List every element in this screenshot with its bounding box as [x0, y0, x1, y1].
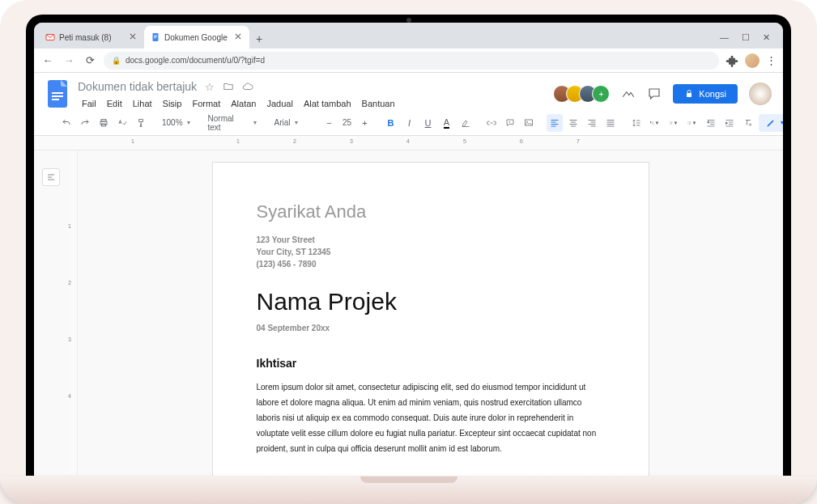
style-select[interactable]: Normal text▼: [205, 112, 262, 134]
tab-title: Peti masuk (8): [59, 33, 126, 42]
zoom-select[interactable]: 100%▼: [159, 116, 195, 129]
insert-link-button[interactable]: [483, 114, 500, 132]
docs-titlebar: Dokumen tidak bertajuk ☆ Fail: [78, 78, 545, 110]
body-paragraph[interactable]: Lorem ipsum dolor sit amet, consectetur …: [257, 379, 605, 456]
ruler-tick: 1: [68, 223, 71, 229]
font-select[interactable]: Arial▼: [271, 116, 312, 129]
ruler-tick: 4: [406, 138, 410, 144]
align-center-button[interactable]: [565, 114, 581, 132]
numbered-list-button[interactable]: 123▼: [684, 114, 700, 132]
svg-rect-8: [52, 99, 59, 100]
align-justify-button[interactable]: [602, 114, 619, 132]
browser-address-bar: ← → ⟳ 🔒 docs.google.com/document/u/0/?tg…: [34, 49, 783, 73]
vertical-ruler[interactable]: 1 2 3 4: [66, 150, 78, 476]
ruler-tick: 3: [350, 138, 353, 144]
project-name-heading[interactable]: Nama Projek: [257, 288, 605, 316]
page-container: Syarikat Anda 123 Your Street Your City,…: [78, 150, 783, 476]
docs-header: Dokumen tidak bertajuk ☆ Fail: [34, 73, 783, 110]
docs-logo-icon[interactable]: [45, 78, 70, 110]
svg-rect-1: [153, 33, 159, 41]
close-icon[interactable]: [130, 33, 138, 41]
company-name[interactable]: Syarikat Anda: [257, 201, 605, 222]
clear-formatting-button[interactable]: [740, 114, 756, 132]
underline-button[interactable]: U: [420, 115, 436, 131]
menu-table[interactable]: Jadual: [262, 97, 296, 110]
ruler-tick: 3: [68, 337, 71, 342]
outline-toggle-button[interactable]: [42, 168, 60, 186]
menu-view[interactable]: Lihat: [129, 97, 156, 110]
extensions-icon[interactable]: [726, 54, 738, 67]
svg-rect-3: [154, 36, 157, 37]
align-left-button[interactable]: [547, 114, 563, 132]
menu-edit[interactable]: Edit: [103, 97, 126, 110]
docs-icon: [151, 32, 160, 42]
star-icon[interactable]: ☆: [205, 81, 215, 93]
document-page[interactable]: Syarikat Anda 123 Your Street Your City,…: [212, 162, 649, 476]
svg-rect-12: [102, 124, 106, 126]
ruler-tick: 5: [463, 138, 466, 144]
print-button[interactable]: [96, 114, 112, 132]
paint-format-button[interactable]: [133, 114, 149, 132]
section-heading[interactable]: Ikhtisar: [257, 357, 605, 370]
document-title[interactable]: Dokumen tidak bertajuk: [78, 80, 197, 93]
activity-icon[interactable]: [621, 87, 636, 101]
browser-tab-gmail[interactable]: Peti masuk (8): [39, 26, 144, 49]
svg-rect-7: [52, 95, 63, 97]
url-input[interactable]: 🔒 docs.google.com/document/u/0/?tgif=d: [104, 52, 719, 70]
italic-button[interactable]: I: [402, 115, 418, 131]
new-tab-button[interactable]: +: [249, 29, 269, 49]
url-text: docs.google.com/document/u/0/?tgif=d: [126, 56, 265, 65]
insert-comment-button[interactable]: [502, 114, 518, 132]
move-icon[interactable]: [223, 81, 234, 93]
text-color-button[interactable]: A: [439, 114, 455, 132]
insert-image-button[interactable]: [521, 114, 537, 132]
tab-title: Dokumen Google: [164, 33, 231, 42]
undo-button[interactable]: [58, 114, 74, 132]
maximize-icon[interactable]: ☐: [742, 32, 750, 43]
close-icon[interactable]: [235, 33, 243, 41]
browser-profile-avatar[interactable]: [745, 53, 760, 68]
font-size-increase[interactable]: +: [357, 115, 373, 131]
account-avatar[interactable]: [749, 83, 772, 105]
menu-file[interactable]: Fail: [78, 97, 100, 110]
forward-button[interactable]: →: [62, 54, 76, 66]
share-button[interactable]: Kongsi: [673, 84, 738, 104]
close-icon[interactable]: ✕: [763, 32, 770, 43]
chrome-menu-icon[interactable]: ⋮: [766, 54, 777, 66]
menu-insert[interactable]: Sisip: [159, 97, 186, 110]
company-address[interactable]: 123 Your Street Your City, ST 12345 (123…: [257, 234, 605, 270]
svg-point-19: [669, 123, 670, 124]
line-spacing-button[interactable]: [628, 114, 645, 132]
comments-icon[interactable]: [647, 87, 662, 101]
increase-indent-button[interactable]: [721, 114, 738, 132]
reload-button[interactable]: ⟳: [83, 54, 97, 66]
menu-format[interactable]: Format: [188, 97, 224, 110]
browser-tab-docs[interactable]: Dokumen Google: [144, 26, 249, 49]
svg-rect-6: [52, 92, 63, 94]
bulleted-list-button[interactable]: ▼: [666, 114, 682, 132]
highlight-button[interactable]: [457, 114, 474, 132]
menu-addons[interactable]: Alat tambah: [300, 97, 355, 110]
svg-rect-16: [650, 122, 651, 123]
align-right-button[interactable]: [584, 114, 600, 132]
avatar-more[interactable]: +: [592, 85, 610, 103]
font-size-decrease[interactable]: −: [321, 115, 338, 131]
editing-mode-button[interactable]: ▼: [759, 114, 783, 132]
project-date[interactable]: 04 September 20xx: [257, 324, 605, 332]
ruler-tick: 6: [520, 138, 523, 144]
collaborator-avatars[interactable]: +: [553, 85, 610, 103]
checklist-button[interactable]: ▼: [647, 114, 663, 132]
redo-button[interactable]: [77, 114, 93, 132]
bold-button[interactable]: B: [383, 115, 399, 131]
minimize-icon[interactable]: —: [720, 32, 729, 42]
menu-help[interactable]: Bantuan: [358, 97, 399, 110]
back-button[interactable]: ←: [40, 54, 55, 66]
spellcheck-button[interactable]: [114, 114, 130, 132]
camera-icon: [406, 18, 411, 23]
font-size-input[interactable]: 25: [340, 116, 355, 129]
menu-tools[interactable]: Alatan: [227, 97, 260, 110]
cloud-status-icon[interactable]: [242, 81, 253, 93]
decrease-indent-button[interactable]: [703, 114, 719, 132]
ruler-tick: 7: [577, 138, 580, 144]
horizontal-ruler[interactable]: 1 1 2 3 4 5 6 7: [34, 136, 783, 150]
